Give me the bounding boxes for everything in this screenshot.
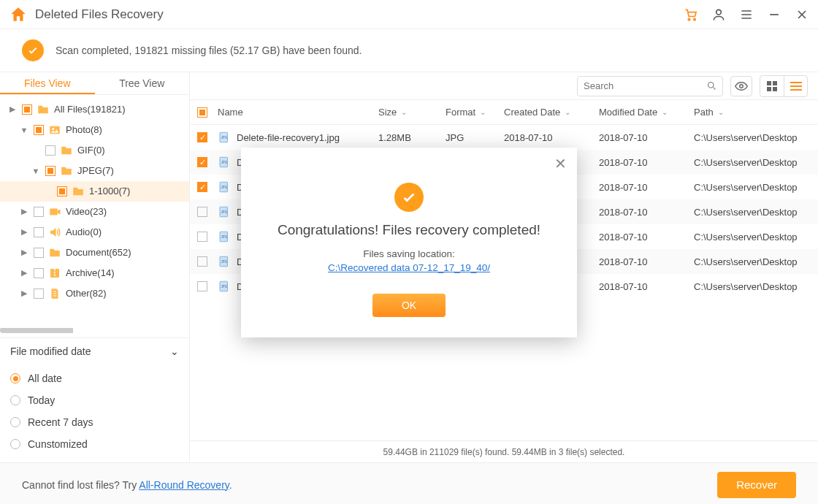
other-icon	[48, 287, 61, 300]
col-format[interactable]: Format⌄	[446, 107, 504, 118]
table-row[interactable]: JPGDelete-file-recovery1.jpg1.28MBJPG201…	[190, 125, 818, 150]
completion-modal: ✕ Congratulations! Files recovery comple…	[241, 148, 577, 337]
tab-files-view[interactable]: Files View	[0, 72, 95, 94]
cell-modified: 2018-07-10	[599, 256, 694, 267]
cell-size: 1.28MB	[378, 132, 446, 143]
tree-row[interactable]: ▶Video(23)	[0, 202, 189, 222]
recover-button[interactable]: Recover	[717, 472, 796, 498]
close-icon[interactable]	[795, 7, 809, 22]
folder-icon	[60, 144, 73, 157]
tree-label: Video(23)	[66, 206, 107, 217]
list-view-icon[interactable]	[784, 76, 807, 96]
cell-path: C:\Users\server\Desktop	[694, 157, 818, 168]
svg-text:JPG: JPG	[221, 136, 228, 140]
modal-path-link[interactable]: C:\Recovered data 07-12_17_19_40/	[328, 262, 490, 273]
cart-icon[interactable]	[684, 7, 698, 22]
tree-row[interactable]: ▶Audio(0)	[0, 222, 189, 243]
svg-rect-11	[767, 87, 771, 91]
file-icon: JPG	[218, 205, 231, 218]
preview-icon[interactable]	[730, 76, 752, 96]
tab-tree-view[interactable]: Tree View	[95, 72, 190, 94]
tree-checkbox[interactable]	[34, 268, 44, 278]
row-checkbox[interactable]	[197, 256, 207, 267]
col-size[interactable]: Size⌄	[378, 107, 446, 118]
tree-checkbox[interactable]	[34, 248, 44, 258]
tree-row[interactable]: ▶Other(82)	[0, 283, 189, 304]
tree-row[interactable]: 1-1000(7)	[0, 181, 189, 202]
modal-ok-button[interactable]: OK	[372, 294, 446, 317]
tree-row[interactable]: ▼Photo(8)	[0, 120, 189, 140]
radio-all-date[interactable]: All date	[10, 367, 179, 389]
filter-title: File modified date	[10, 345, 91, 357]
svg-point-4	[52, 128, 54, 130]
tree-label: GIF(0)	[77, 145, 105, 156]
grid-view-icon[interactable]	[760, 76, 784, 96]
search-box[interactable]	[577, 76, 723, 96]
col-path[interactable]: Path⌄	[694, 107, 818, 118]
col-name[interactable]: Name	[218, 107, 378, 118]
radio-today[interactable]: Today	[10, 389, 179, 411]
svg-text:JPG: JPG	[221, 186, 228, 189]
cell-modified: 2018-07-10	[599, 182, 694, 193]
modal-headline: Congratulations! Files recovery complete…	[259, 222, 559, 238]
row-checkbox[interactable]	[197, 182, 207, 192]
caret-icon[interactable]: ▶	[19, 248, 29, 257]
caret-icon[interactable]: ▶	[19, 289, 29, 298]
caret-icon[interactable]: ▶	[19, 227, 29, 237]
radio-recent-7[interactable]: Recent 7 days	[10, 411, 179, 433]
tree-checkbox[interactable]	[34, 125, 44, 135]
tree-row[interactable]: ▼JPEG(7)	[0, 161, 189, 181]
home-icon[interactable]	[9, 5, 28, 24]
tree-checkbox[interactable]	[57, 186, 67, 196]
search-icon[interactable]	[706, 80, 717, 91]
tree-row[interactable]: ▶Archive(14)	[0, 263, 189, 283]
row-checkbox[interactable]	[197, 132, 207, 142]
tree-checkbox[interactable]	[34, 227, 44, 237]
tree-label: Photo(8)	[66, 124, 102, 135]
tree-row[interactable]: ▶All Files(191821)	[0, 99, 189, 120]
row-checkbox[interactable]	[197, 232, 207, 242]
search-input[interactable]	[584, 80, 706, 91]
folder-icon	[37, 103, 50, 116]
tree-row[interactable]: GIF(0)	[0, 140, 189, 161]
svg-text:JPG: JPG	[221, 285, 228, 289]
caret-icon[interactable]: ▶	[19, 268, 29, 278]
user-icon[interactable]	[711, 7, 726, 22]
col-created[interactable]: Created Date⌄	[504, 107, 599, 118]
row-checkbox[interactable]	[197, 281, 207, 291]
caret-icon[interactable]: ▶	[7, 104, 18, 114]
svg-point-0	[688, 18, 690, 20]
row-checkbox[interactable]	[197, 157, 207, 167]
row-checkbox[interactable]	[197, 207, 207, 217]
menu-icon[interactable]	[739, 7, 754, 22]
footer-hint: Cannot find lost files? Try All-Round Re…	[22, 479, 232, 491]
tree-checkbox[interactable]	[34, 289, 44, 299]
tree-checkbox[interactable]	[45, 145, 56, 156]
caret-icon[interactable]: ▼	[31, 167, 41, 175]
caret-icon[interactable]: ▶	[19, 207, 29, 216]
svg-text:JPG: JPG	[221, 161, 228, 164]
tree-checkbox[interactable]	[22, 104, 32, 115]
caret-icon[interactable]: ▼	[19, 126, 29, 134]
filter-header[interactable]: File modified date ⌄	[0, 337, 189, 364]
cell-created: 2018-07-10	[504, 132, 599, 143]
minimize-icon[interactable]	[767, 7, 781, 22]
col-modified[interactable]: Modified Date⌄	[599, 107, 694, 118]
tree-checkbox[interactable]	[34, 207, 44, 217]
cell-path: C:\Users\server\Desktop	[694, 232, 818, 243]
all-round-recovery-link[interactable]: All-Round Recovery	[139, 479, 229, 491]
scrollbar-stub[interactable]	[0, 327, 185, 333]
archive-icon	[48, 267, 61, 280]
cell-path: C:\Users\server\Desktop	[694, 256, 818, 267]
photo-icon	[48, 123, 61, 137]
modal-close-icon[interactable]: ✕	[554, 155, 567, 172]
folder-icon	[72, 185, 85, 198]
radio-customized[interactable]: Cunstomized	[10, 433, 179, 455]
cell-modified: 2018-07-10	[599, 207, 694, 218]
tree-checkbox[interactable]	[45, 166, 56, 176]
header-checkbox[interactable]	[197, 107, 207, 118]
cell-modified: 2018-07-10	[599, 157, 694, 168]
cell-modified: 2018-07-10	[599, 232, 694, 243]
tree-row[interactable]: ▶Document(652)	[0, 243, 189, 263]
sidebar-tabs: Files View Tree View	[0, 72, 189, 95]
